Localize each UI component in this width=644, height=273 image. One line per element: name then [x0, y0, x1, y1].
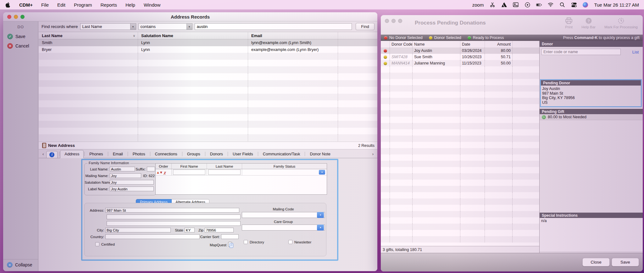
search-icon[interactable] — [559, 2, 565, 8]
column-header-date[interactable]: Date — [460, 41, 485, 47]
column-header-email[interactable]: Email — [248, 32, 338, 39]
minimize-window-button[interactable] — [14, 15, 18, 19]
tab-donors[interactable]: Donors — [206, 150, 227, 158]
save-button[interactable]: ✓ Save — [3, 32, 38, 41]
mailing-name-input[interactable] — [110, 173, 141, 178]
donations-titlebar[interactable]: Process Pending Donations Print ? Help B… — [381, 15, 643, 35]
empty-donation-row — [381, 186, 539, 192]
donor-search-input[interactable] — [541, 49, 621, 55]
tab-separator — [228, 152, 228, 156]
tab-phones[interactable]: Phones — [85, 150, 107, 158]
zoom-menu-item[interactable]: zoom — [472, 2, 484, 8]
city-input[interactable] — [105, 228, 171, 232]
donor-list-link[interactable]: List — [632, 50, 639, 54]
tab-user-fields[interactable]: User Fields — [229, 150, 257, 158]
zip-input[interactable] — [205, 228, 234, 232]
minimize-window-button[interactable] — [391, 19, 396, 23]
print-button[interactable]: Print — [565, 17, 573, 29]
mark-for-processing-button[interactable]: Mark For Processing — [604, 17, 638, 29]
cancel-button[interactable]: ✕ Cancel — [3, 41, 38, 51]
empty-donation-row — [381, 117, 539, 123]
address-line3-input[interactable] — [107, 221, 241, 226]
siri-icon[interactable] — [583, 2, 588, 8]
close-window-button[interactable] — [385, 19, 389, 23]
care-group-dropdown[interactable]: ▾ — [242, 225, 325, 231]
app-menu[interactable]: CDM+ — [19, 2, 33, 8]
move-down-icon[interactable]: ▼ — [159, 170, 163, 174]
photos-app-icon[interactable] — [513, 2, 519, 8]
last-name-input[interactable] — [110, 167, 135, 171]
play-circle-icon[interactable] — [525, 2, 530, 8]
newsletter-checkbox[interactable] — [288, 240, 292, 244]
column-header-amount[interactable]: Amount — [485, 41, 512, 47]
tab-photos[interactable]: Photos — [129, 150, 149, 158]
close-window-button[interactable] — [7, 15, 11, 19]
menu-item-reports[interactable]: Reports — [100, 2, 117, 8]
state-input[interactable] — [185, 228, 195, 232]
donation-row[interactable]: MANN414Julianne Manning11/15/202350.00 — [381, 60, 539, 66]
label-name-input[interactable] — [110, 187, 154, 191]
menu-item-edit[interactable]: Edit — [57, 2, 65, 8]
cell-last-name: Smith — [39, 39, 138, 46]
salutation-name-input[interactable] — [110, 180, 154, 185]
control-center-icon[interactable] — [571, 2, 577, 8]
family-status-dropdown-button[interactable]: ▾ — [319, 170, 325, 175]
zoom-window-button[interactable] — [20, 15, 25, 19]
column-header-last-name[interactable]: Last Name ∨ — [39, 32, 138, 39]
tab-communication-task[interactable]: Communication/Task — [259, 150, 304, 158]
menu-item-help[interactable]: Help — [125, 2, 135, 8]
help-bar-button[interactable]: ? Help Bar — [581, 17, 596, 29]
certified-checkbox[interactable] — [95, 242, 99, 246]
address-line2-input[interactable] — [107, 214, 241, 219]
close-button[interactable]: Close — [582, 258, 610, 266]
member-last-name-input[interactable] — [208, 170, 241, 175]
tabs-scroll-right[interactable]: › — [371, 152, 375, 158]
column-header-name[interactable]: Name — [412, 41, 460, 47]
directory-checkbox[interactable] — [244, 240, 248, 244]
save-button[interactable]: Save — [612, 258, 639, 266]
find-operator-dropdown[interactable]: contains ▾ — [138, 23, 192, 30]
suffix-input[interactable] — [147, 167, 155, 171]
tabs-scroll-left[interactable]: ‹ — [41, 152, 45, 158]
tab-donor-note[interactable]: Donor Note — [306, 150, 334, 158]
table-row[interactable]: SmithLynnlynn@example.com (Lynn Smith) — [39, 39, 377, 46]
delete-member-icon[interactable]: χ — [164, 170, 166, 175]
apple-menu-icon[interactable] — [5, 2, 11, 8]
pending-gift-row[interactable]: → 80.00 to Most Needed — [540, 114, 643, 120]
tab-connections[interactable]: Connections — [151, 150, 181, 158]
member-first-name-input[interactable] — [173, 170, 205, 175]
column-header-filler — [512, 41, 539, 47]
menu-item-program[interactable]: Program — [74, 2, 92, 8]
address-line1-input[interactable] — [105, 208, 239, 213]
country-input[interactable] — [105, 234, 200, 239]
column-header-salutation[interactable]: Salutation Name — [138, 32, 248, 39]
prism-app-icon[interactable] — [501, 2, 507, 8]
column-header-donor-code[interactable]: Donor Code — [390, 41, 412, 47]
find-button[interactable]: Find — [356, 23, 375, 30]
find-field-dropdown[interactable]: Last Name ▾ — [80, 23, 136, 30]
find-value-input[interactable] — [195, 23, 352, 30]
menu-item-file[interactable]: File — [41, 2, 49, 8]
mailing-code-dropdown[interactable]: ▾ — [242, 212, 325, 218]
address-window-titlebar[interactable]: Address Records — [3, 12, 377, 21]
scissors-icon[interactable] — [490, 2, 495, 8]
donation-row[interactable]: SMIT428Sue Smith10/26/202350.71 — [381, 54, 539, 60]
state-label: State — [171, 228, 185, 232]
legend-dot — [384, 36, 387, 40]
table-row[interactable]: BryerLynnexample@example.com (Lynn Bryer… — [39, 46, 377, 53]
mapquest-copy-button[interactable] — [228, 242, 234, 248]
zoom-window-button[interactable] — [398, 19, 402, 23]
menu-item-window[interactable]: Window — [144, 2, 160, 8]
tab-groups[interactable]: Groups — [183, 150, 204, 158]
tab-info[interactable]: i — [46, 151, 58, 158]
wifi-icon[interactable] — [548, 2, 553, 8]
donation-row[interactable]: Joy Austin03/26/202480.00 — [381, 47, 539, 54]
tab-email[interactable]: Email — [109, 150, 127, 158]
carrier-sort-input[interactable] — [221, 234, 239, 239]
cancel-x-icon: ✕ — [7, 43, 13, 49]
menu-clock[interactable]: Tue Mar 26 11:27 AM — [594, 2, 639, 8]
tab-address[interactable]: Address — [60, 150, 84, 158]
results-rows: SmithLynnlynn@example.com (Lynn Smith)Br… — [39, 39, 377, 142]
collapse-button[interactable]: « Collapse — [3, 259, 38, 271]
donations-window: Process Pending Donations Print ? Help B… — [381, 15, 643, 271]
